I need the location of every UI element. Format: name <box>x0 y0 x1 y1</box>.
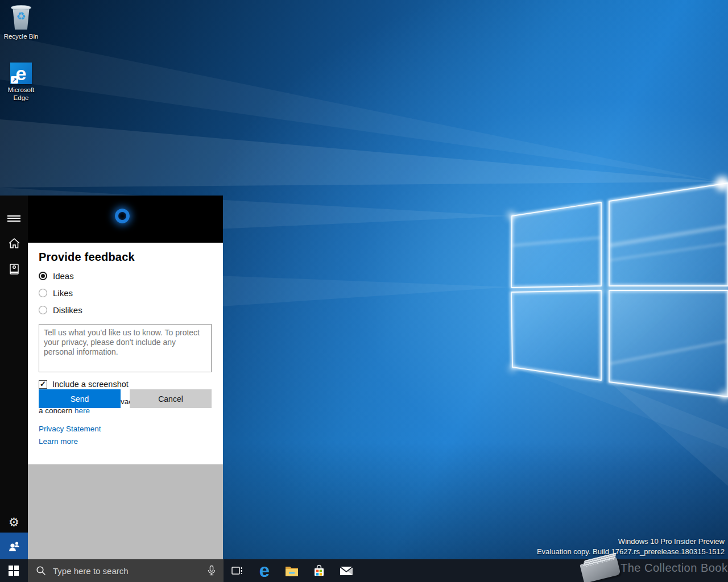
desktop-icon-label: Recycle Bin <box>3 32 39 40</box>
panel-footer <box>28 464 223 559</box>
radio-label: Dislikes <box>53 305 82 315</box>
check-icon: ✓ <box>40 380 46 389</box>
taskbar: e <box>0 559 728 582</box>
settings-button[interactable]: ⚙ <box>0 509 28 534</box>
radio-circle-icon <box>39 272 47 280</box>
menu-button[interactable] <box>0 206 28 231</box>
taskbar-mail-button[interactable] <box>333 559 360 582</box>
task-view-button[interactable] <box>224 559 251 582</box>
desktop-icon-microsoft-edge[interactable]: e ↗ Microsoft Edge <box>3 63 39 102</box>
privacy-statement-link[interactable]: Privacy Statement <box>39 425 212 433</box>
search-icon <box>36 566 46 576</box>
desktop-icon-recycle-bin[interactable]: ♻ Recycle Bin <box>3 3 39 40</box>
taskbar-store-button[interactable] <box>305 559 333 582</box>
microphone-icon <box>206 565 217 576</box>
feedback-form: Provide feedback Ideas Likes Dislikes ✓ … <box>28 243 223 464</box>
taskbar-search[interactable] <box>28 559 224 582</box>
notebook-icon <box>8 263 20 276</box>
send-button[interactable]: Send <box>39 389 121 408</box>
radio-dislikes[interactable]: Dislikes <box>39 305 212 315</box>
learn-more-link[interactable]: Learn more <box>39 437 212 446</box>
start-button[interactable] <box>0 559 27 582</box>
checkbox-label: Include a screenshot <box>52 380 129 389</box>
mail-icon <box>339 565 354 576</box>
os-build-watermark: Windows 10 Pro Insider Preview Evaluatio… <box>537 537 725 557</box>
home-button[interactable] <box>0 231 28 256</box>
cortana-logo-icon <box>115 209 130 223</box>
screenshot-checkbox[interactable]: ✓ <box>39 380 47 389</box>
home-icon <box>8 237 20 250</box>
screen: ♻ Recycle Bin e ↗ Microsoft Edge ⚙ <box>0 0 728 582</box>
radio-circle-icon <box>39 306 47 314</box>
cancel-button[interactable]: Cancel <box>130 389 212 408</box>
taskbar-edge-button[interactable]: e <box>251 559 278 582</box>
feedback-person-icon <box>7 539 21 553</box>
panel-title: Provide feedback <box>39 251 212 264</box>
screenshot-checkbox-row[interactable]: ✓ Include a screenshot <box>39 380 212 389</box>
radio-label: Likes <box>53 288 73 298</box>
file-explorer-icon <box>284 564 299 577</box>
feedback-button[interactable] <box>0 533 28 559</box>
radio-likes[interactable]: Likes <box>39 288 212 298</box>
radio-label: Ideas <box>53 271 74 281</box>
notebook-button[interactable] <box>0 257 28 282</box>
cortana-feedback-panel: Provide feedback Ideas Likes Dislikes ✓ … <box>28 196 223 559</box>
task-view-icon <box>231 565 243 576</box>
hamburger-icon <box>7 214 20 223</box>
cortana-panel-header <box>28 196 223 243</box>
taskbar-file-explorer-button[interactable] <box>278 559 305 582</box>
radio-ideas[interactable]: Ideas <box>39 271 212 281</box>
feedback-textarea[interactable] <box>39 324 212 372</box>
desktop-icon-label-line1: Microsoft <box>8 86 35 93</box>
gear-icon: ⚙ <box>9 516 19 528</box>
radio-circle-icon <box>39 289 47 297</box>
cortana-sidebar: ⚙ <box>0 196 28 559</box>
edge-icon: e <box>259 559 270 582</box>
search-input[interactable] <box>52 566 202 576</box>
desktop-icon-label-line2: Edge <box>14 94 29 101</box>
windows-logo-icon <box>9 566 19 576</box>
recycle-bin-icon: ♻ <box>10 3 32 31</box>
shortcut-arrow-icon: ↗ <box>11 76 18 84</box>
edge-tile-icon: e ↗ <box>10 63 32 84</box>
store-icon <box>312 564 326 577</box>
recycle-glyph: ♻ <box>10 10 32 23</box>
